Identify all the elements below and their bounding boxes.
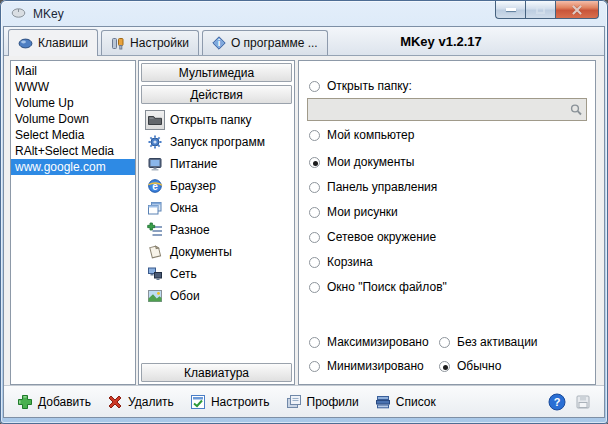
radio-label: Сетевое окружение xyxy=(327,230,436,244)
mouse-icon xyxy=(18,38,33,49)
tab-about[interactable]: i О программе ... xyxy=(202,30,328,55)
network-icon xyxy=(145,264,165,284)
action-label: Разное xyxy=(170,223,210,237)
radio-icon xyxy=(309,361,320,372)
minimize-icon xyxy=(506,8,516,11)
hotkey-item[interactable]: RAlt+Select Media xyxy=(11,143,135,159)
action-power[interactable]: Питание xyxy=(139,153,294,175)
action-documents[interactable]: Документы xyxy=(139,241,294,263)
action-label: Питание xyxy=(170,157,217,171)
button-label: Удалить xyxy=(128,395,174,409)
client-area: Клавиши Настройки i О программе ... MKey… xyxy=(3,26,605,418)
app-version: MKey v1.2.17 xyxy=(370,34,512,49)
svg-text:?: ? xyxy=(554,396,561,408)
profiles-button[interactable]: Профили xyxy=(286,394,359,410)
documents-icon xyxy=(145,242,165,262)
category-keyboard-button[interactable]: Клавиатура xyxy=(141,363,292,382)
maximize-button[interactable] xyxy=(525,1,555,19)
power-icon xyxy=(145,154,165,174)
radio-icon-checked xyxy=(439,361,450,372)
app-window: MKey Клавиши Настройки i О программе ...… xyxy=(0,0,608,424)
radio-control-panel[interactable]: Панель управления xyxy=(309,180,437,194)
radio-label: Панель управления xyxy=(327,180,437,194)
action-network[interactable]: Сеть xyxy=(139,263,294,285)
radio-my-pictures[interactable]: Мои рисунки xyxy=(309,205,398,219)
radio-no-activation[interactable]: Без активации xyxy=(439,335,538,349)
browser-icon: e xyxy=(145,176,165,196)
action-label: Документы xyxy=(170,245,232,259)
misc-icon xyxy=(145,220,165,240)
list-button[interactable]: Список xyxy=(375,394,436,410)
tab-settings[interactable]: Настройки xyxy=(101,30,199,55)
radio-normal[interactable]: Обычно xyxy=(439,359,501,373)
close-button[interactable] xyxy=(555,1,599,19)
button-label: Добавить xyxy=(38,395,91,409)
radio-label: Максимизировано xyxy=(327,335,429,349)
tab-keys[interactable]: Клавиши xyxy=(8,29,98,56)
radio-my-computer[interactable]: Мой компьютер xyxy=(309,128,414,142)
toolbar-right: ? xyxy=(548,393,591,411)
action-open-folder[interactable]: Открыть папку xyxy=(139,109,294,131)
button-label: Профили xyxy=(307,395,359,409)
hotkey-item[interactable]: Select Media xyxy=(11,127,135,143)
radio-icon xyxy=(309,207,320,218)
action-list: Открыть папку Запуск программ Питание e … xyxy=(139,109,294,307)
folder-icon xyxy=(145,110,165,130)
close-icon xyxy=(571,5,583,15)
radio-label: Без активации xyxy=(457,335,538,349)
radio-open-folder[interactable]: Открыть папку: xyxy=(309,79,412,93)
maximize-icon xyxy=(536,6,545,14)
action-windows[interactable]: Окна xyxy=(139,197,294,219)
folder-path-field xyxy=(307,98,587,121)
radio-minimized[interactable]: Минимизировано xyxy=(309,359,424,373)
hotkey-item[interactable]: WWW xyxy=(11,79,135,95)
radio-maximized[interactable]: Максимизировано xyxy=(309,335,429,349)
radio-icon xyxy=(309,337,320,348)
radio-label: Открыть папку: xyxy=(327,79,412,93)
list-icon xyxy=(375,394,391,410)
radio-icon xyxy=(439,337,450,348)
minimize-button[interactable] xyxy=(495,1,525,19)
svg-text:e: e xyxy=(152,181,158,192)
category-actions-button[interactable]: Действия xyxy=(141,85,292,104)
radio-icon xyxy=(309,282,320,293)
search-icon[interactable] xyxy=(566,103,586,117)
add-icon xyxy=(17,394,33,410)
button-label: Список xyxy=(396,395,436,409)
radio-search-window[interactable]: Окно "Поиск файлов" xyxy=(309,280,447,294)
action-misc[interactable]: Разное xyxy=(139,219,294,241)
radio-label: Обычно xyxy=(457,359,501,373)
add-button[interactable]: Добавить xyxy=(17,394,91,410)
action-wallpaper[interactable]: Обои xyxy=(139,285,294,307)
tab-keys-label: Клавиши xyxy=(38,36,88,50)
delete-icon xyxy=(107,394,123,410)
hotkey-item[interactable]: Volume Up xyxy=(11,95,135,111)
bottom-toolbar: Добавить Удалить Настроить Профили Списо… xyxy=(4,385,604,417)
action-launch-programs[interactable]: Запуск программ xyxy=(139,131,294,153)
save-icon[interactable] xyxy=(575,394,591,410)
category-multimedia-button[interactable]: Мультимедиа xyxy=(141,63,292,82)
hotkey-item[interactable]: Volume Down xyxy=(11,111,135,127)
hotkey-item-selected[interactable]: www.google.com xyxy=(11,159,135,175)
help-icon[interactable]: ? xyxy=(548,393,566,411)
action-browser[interactable]: e Браузер xyxy=(139,175,294,197)
radio-network-places[interactable]: Сетевое окружение xyxy=(309,230,436,244)
radio-my-documents[interactable]: Мои документы xyxy=(309,155,414,169)
wallpaper-icon xyxy=(145,286,165,306)
folder-path-input[interactable] xyxy=(308,99,566,120)
launch-icon xyxy=(145,132,165,152)
app-mouse-icon xyxy=(11,7,26,21)
hotkey-list: Mail WWW Volume Up Volume Down Select Me… xyxy=(10,60,136,385)
hotkey-item[interactable]: Mail xyxy=(11,63,135,79)
action-label: Браузер xyxy=(170,179,216,193)
info-icon: i xyxy=(212,36,226,50)
radio-icon-checked xyxy=(309,157,320,168)
tab-settings-label: Настройки xyxy=(130,36,189,50)
radio-label: Корзина xyxy=(327,255,373,269)
configure-button[interactable]: Настроить xyxy=(190,394,270,410)
action-label: Сеть xyxy=(170,267,197,281)
radio-icon xyxy=(309,81,320,92)
svg-text:i: i xyxy=(218,38,221,48)
delete-button[interactable]: Удалить xyxy=(107,394,174,410)
radio-recycle-bin[interactable]: Корзина xyxy=(309,255,373,269)
